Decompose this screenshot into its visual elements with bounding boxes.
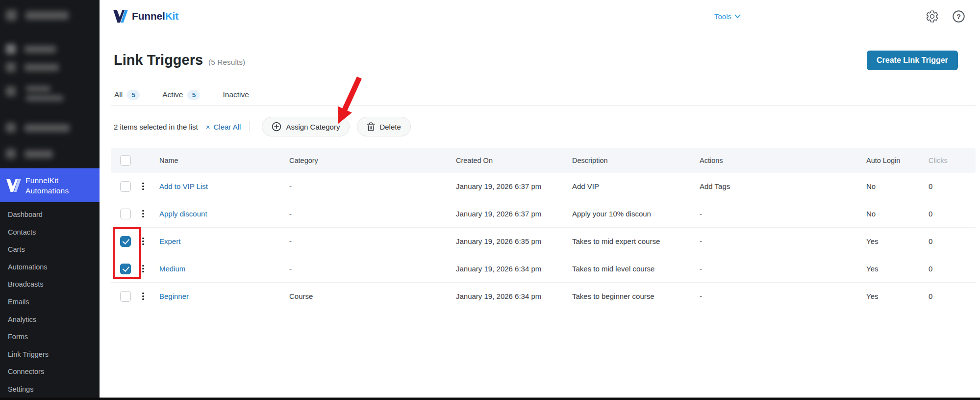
trigger-name-link[interactable]: Add to VIP List [159,182,208,190]
sidebar-menu-item[interactable]: Link Triggers [0,346,100,364]
cell-category: - [289,182,456,190]
cell-auto-login: No [866,182,929,190]
sidebar-menu-item[interactable]: Dashboard [0,206,100,224]
cell-created-on: January 19, 2026 6:35 pm [456,237,572,245]
column-header-name: Name [150,157,289,164]
sidebar-menu-item[interactable]: Carts [0,241,100,259]
tab-count-badge: 5 [187,90,200,100]
app-window: FunnelKit Automations DashboardContactsC… [0,0,980,400]
redacted-admin-menu-item[interactable] [25,124,70,132]
toolbar-divider [250,121,250,133]
redacted-admin-menu-icon[interactable] [6,149,16,159]
kebab-menu-icon[interactable] [139,181,147,192]
table-row: Expert - January 19, 2026 6:35 pm Takes … [111,228,976,255]
cell-actions: Add Tags [700,182,866,190]
delete-button[interactable]: Delete [357,117,410,136]
kebab-menu-icon[interactable] [139,236,147,247]
trigger-name-link[interactable]: Beginner [159,292,189,300]
column-header-category: Category [289,157,456,164]
tab[interactable]: All 5 [111,85,143,106]
row-checkbox[interactable] [120,209,131,219]
sidebar-menu-item[interactable]: Emails [0,293,100,311]
row-checkbox[interactable] [120,291,131,302]
sidebar-menu: DashboardContactsCartsAutomationsBroadca… [0,206,100,399]
cell-actions: - [700,237,866,245]
cell-description: Takes to mid expert course [572,237,700,245]
cell-created-on: January 19, 2026 6:37 pm [456,210,572,218]
logo-text-funnel: Funnel [132,10,165,22]
redacted-admin-menu-item[interactable] [25,11,69,20]
table-row: Medium - January 19, 2026 6:34 pm Takes … [111,255,976,283]
redacted-admin-menu-item[interactable] [25,64,59,71]
cell-auto-login: Yes [866,265,929,273]
trigger-name-link[interactable]: Expert [159,237,180,245]
row-checkbox[interactable] [120,181,131,192]
cell-description: Takes to beginner course [572,292,700,300]
funnelkit-logo[interactable]: FunnelKit [113,0,178,32]
selection-toolbar: 2 items selected in the list × Clear All… [114,117,411,136]
column-header-description: Description [572,157,700,164]
kebab-menu-icon[interactable] [139,263,147,275]
redacted-admin-menu-item[interactable] [26,95,63,101]
column-header-clicks: Clicks [929,157,976,164]
select-all-checkbox[interactable] [120,155,131,166]
redacted-admin-menu-icon[interactable] [6,62,16,72]
redacted-admin-menu-icon[interactable] [6,86,16,96]
tab[interactable]: Inactive [219,85,252,106]
tab[interactable]: Active 5 [159,85,203,106]
redacted-admin-menu-item[interactable] [25,46,56,53]
close-icon: × [206,123,210,131]
admin-sidebar: FunnelKit Automations DashboardContactsC… [0,0,100,400]
sidebar-menu-item[interactable]: Broadcasts [0,276,100,293]
column-header-auto-login: Auto Login [866,157,929,164]
page-title: Link Triggers [114,52,203,68]
clear-all-button[interactable]: × Clear All [206,123,241,131]
logo-text-kit: Kit [165,10,178,22]
chevron-down-icon [734,14,741,19]
create-link-trigger-button[interactable]: Create Link Trigger [867,51,958,70]
cell-clicks: 0 [929,265,976,273]
top-nav-tools-dropdown[interactable]: Tools [714,12,741,21]
sidebar-menu-item[interactable]: Settings [0,381,100,399]
cell-clicks: 0 [929,210,976,218]
results-count: (5 Results) [208,58,245,67]
kebab-menu-icon[interactable] [139,291,147,302]
cell-created-on: January 19, 2026 6:34 pm [456,265,572,273]
table-header-row: Name Category Created On Description Act… [111,148,976,173]
kebab-menu-icon[interactable] [139,208,147,220]
table-row: Beginner Course January 19, 2026 6:34 pm… [111,283,976,310]
plus-circle-icon [272,122,281,132]
sidebar-menu-item[interactable]: Contacts [0,224,100,241]
tab-count-badge: 5 [127,90,140,100]
redacted-admin-menu-icon[interactable] [6,123,16,133]
redacted-admin-menu-icon[interactable] [6,10,17,21]
cell-auto-login: Yes [866,237,929,245]
sidebar-menu-item[interactable]: Analytics [0,311,100,329]
cell-description: Apply your 10% discoun [572,210,700,218]
cell-category: - [289,210,456,218]
assign-category-button[interactable]: Assign Category [262,117,350,136]
trigger-name-link[interactable]: Medium [159,265,185,273]
redacted-admin-menu-icon[interactable] [6,44,16,54]
row-checkbox[interactable] [120,264,131,274]
sidebar-menu-item[interactable]: Automations [0,259,100,276]
help-question-icon[interactable]: ? [952,9,965,23]
cell-actions: - [700,292,866,300]
sidebar-brand-funnelkit-automations[interactable]: FunnelKit Automations [0,168,100,202]
cell-clicks: 0 [929,237,976,245]
trigger-name-link[interactable]: Apply discount [159,210,207,218]
cell-category: - [289,237,456,245]
settings-gear-icon[interactable] [925,9,939,23]
table-row: Apply discount - January 19, 2026 6:37 p… [111,200,976,228]
cell-created-on: January 19, 2026 6:37 pm [456,182,572,190]
sidebar-menu-item[interactable]: Connectors [0,363,100,381]
redacted-admin-menu-item[interactable] [25,150,53,158]
table-row: Add to VIP List - January 19, 2026 6:37 … [111,173,976,200]
cell-description: Add VIP [572,182,700,190]
window-bottom-edge [0,398,980,400]
redacted-admin-menu-item[interactable] [26,86,50,92]
cell-auto-login: No [866,210,929,218]
row-checkbox[interactable] [120,236,131,247]
brand-line1: FunnelKit [25,175,69,186]
sidebar-menu-item[interactable]: Forms [0,328,100,346]
